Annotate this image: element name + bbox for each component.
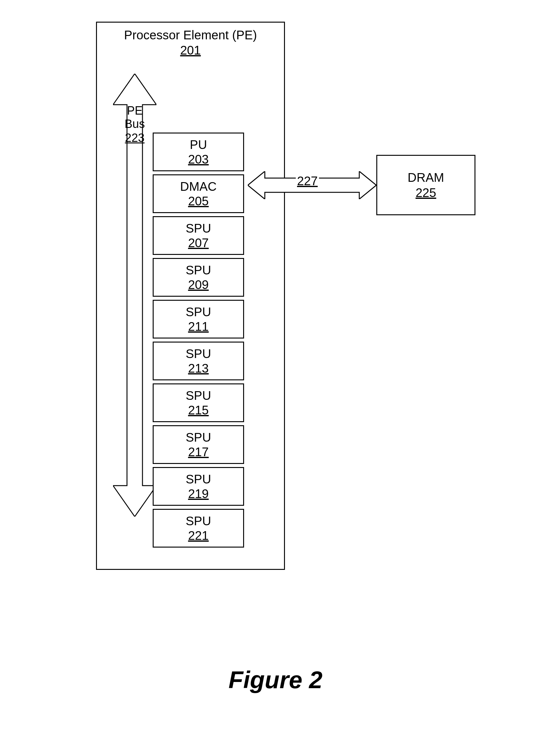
spu-box: SPU 207 <box>153 216 244 255</box>
dmac-box: DMAC 205 <box>153 174 244 213</box>
unit-label: DMAC <box>180 180 217 193</box>
unit-ref: 221 <box>188 529 209 543</box>
spu-box: SPU 209 <box>153 258 244 297</box>
spu-box: SPU 215 <box>153 384 244 422</box>
unit-ref: 205 <box>188 194 209 208</box>
unit-ref: 213 <box>188 361 209 375</box>
unit-ref: 215 <box>188 403 209 417</box>
dram-label: DRAM <box>408 171 444 185</box>
unit-label: SPU <box>185 305 211 319</box>
unit-stack: PU 203 DMAC 205 SPU 207 SPU 209 SPU 211 … <box>153 132 244 551</box>
spu-box: SPU 217 <box>153 425 244 464</box>
pe-title-text: Processor Element (PE) <box>124 28 257 42</box>
pe-title: Processor Element (PE) 201 <box>97 28 284 57</box>
dram-ref: 225 <box>416 186 436 200</box>
unit-ref: 203 <box>188 152 209 166</box>
unit-label: SPU <box>185 472 211 486</box>
processor-element-box: Processor Element (PE) 201 PE Bus 223 PU… <box>96 22 285 570</box>
unit-label: SPU <box>185 431 211 445</box>
spu-box: SPU 213 <box>153 341 244 380</box>
figure-caption: Figure 2 <box>0 666 551 694</box>
unit-label: SPU <box>185 347 211 361</box>
unit-label: PU <box>190 138 207 152</box>
unit-ref: 207 <box>188 236 209 250</box>
spu-box: SPU 221 <box>153 509 244 548</box>
unit-label: SPU <box>185 221 211 235</box>
unit-ref: 211 <box>188 319 209 333</box>
pe-bus-label-text: PE Bus <box>124 104 145 130</box>
spu-box: SPU 219 <box>153 467 244 506</box>
dram-box: DRAM 225 <box>376 155 475 215</box>
pe-title-ref: 201 <box>97 43 284 57</box>
spu-box: SPU 211 <box>153 300 244 338</box>
pe-bus-label-ref: 223 <box>115 131 154 145</box>
unit-ref: 219 <box>188 487 209 501</box>
unit-label: SPU <box>185 389 211 403</box>
unit-label: SPU <box>185 514 211 528</box>
dmac-dram-arrow-ref: 227 <box>296 174 319 188</box>
pu-box: PU 203 <box>153 132 244 171</box>
unit-ref: 217 <box>188 445 209 459</box>
pe-bus-label: PE Bus 223 <box>115 104 154 145</box>
unit-ref: 209 <box>188 278 209 292</box>
unit-label: SPU <box>185 263 211 277</box>
